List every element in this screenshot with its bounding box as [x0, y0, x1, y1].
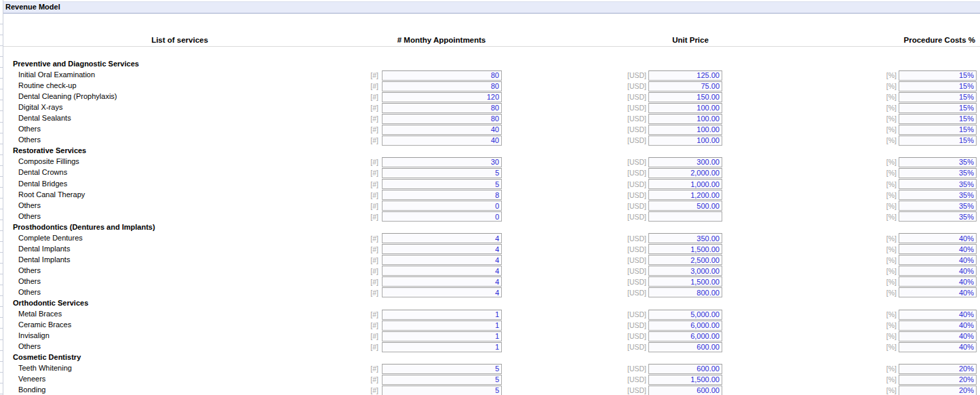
unit-price-input[interactable]	[648, 266, 722, 276]
procedure-cost-input[interactable]	[899, 103, 977, 113]
appointments-input[interactable]	[382, 168, 502, 178]
currency-unit-label: [USD]	[610, 169, 646, 177]
procedure-cost-input[interactable]	[899, 157, 977, 167]
procedure-cost-input[interactable]	[899, 255, 977, 265]
unit-price-input[interactable]	[648, 276, 722, 287]
count-unit-label: [#]	[346, 375, 378, 383]
section-header-row: Cosmetic Dentistry	[0, 352, 980, 363]
appointments-input[interactable]	[382, 201, 502, 211]
unit-price-input[interactable]	[648, 320, 722, 331]
count-unit-label: [#]	[346, 136, 378, 144]
appointments-input[interactable]	[382, 70, 502, 81]
procedure-cost-input[interactable]	[899, 310, 977, 320]
appointments-input[interactable]	[382, 157, 502, 167]
appointments-input[interactable]	[382, 266, 502, 276]
unit-price-input[interactable]	[648, 157, 722, 167]
appointments-input[interactable]	[382, 375, 502, 385]
procedure-cost-input[interactable]	[899, 70, 977, 81]
currency-unit-label: [USD]	[610, 267, 646, 275]
appointments-input[interactable]	[382, 287, 502, 297]
appointments-input[interactable]	[382, 179, 502, 189]
appointments-input[interactable]	[382, 364, 502, 374]
percent-unit-label: [%]	[868, 202, 897, 210]
procedure-cost-input[interactable]	[899, 386, 977, 395]
unit-price-input[interactable]	[648, 179, 722, 189]
service-name: Others	[18, 288, 41, 296]
procedure-cost-input[interactable]	[899, 81, 977, 91]
service-row: Others[#][USD][%]	[0, 276, 980, 287]
procedure-cost-input[interactable]	[899, 276, 977, 287]
unit-price-input[interactable]	[648, 201, 722, 211]
appointments-input[interactable]	[382, 255, 502, 265]
appointments-input[interactable]	[382, 331, 502, 341]
unit-price-input[interactable]	[648, 103, 722, 113]
appointments-input[interactable]	[382, 136, 502, 146]
procedure-cost-input[interactable]	[899, 233, 977, 243]
unit-price-input[interactable]	[648, 70, 722, 81]
procedure-cost-input[interactable]	[899, 287, 977, 297]
percent-unit-label: [%]	[868, 278, 897, 286]
unit-price-input[interactable]	[648, 364, 722, 374]
appointments-input[interactable]	[382, 92, 502, 102]
unit-price-input[interactable]	[648, 92, 722, 102]
appointments-input[interactable]	[382, 125, 502, 135]
service-name: Others	[18, 212, 41, 220]
unit-price-input[interactable]	[648, 136, 722, 146]
unit-price-input[interactable]	[648, 310, 722, 320]
unit-price-input[interactable]	[648, 386, 722, 395]
procedure-cost-input[interactable]	[899, 125, 977, 135]
currency-unit-label: [USD]	[610, 386, 646, 394]
procedure-cost-input[interactable]	[899, 266, 977, 276]
appointments-input[interactable]	[382, 276, 502, 287]
procedure-cost-input[interactable]	[899, 211, 977, 222]
procedure-cost-input[interactable]	[899, 92, 977, 102]
appointments-input[interactable]	[382, 190, 502, 200]
appointments-input[interactable]	[382, 211, 502, 222]
appointments-input[interactable]	[382, 81, 502, 91]
procedure-cost-input[interactable]	[899, 342, 977, 352]
unit-price-input[interactable]	[648, 211, 722, 222]
appointments-input[interactable]	[382, 310, 502, 320]
unit-price-input[interactable]	[648, 375, 722, 385]
unit-price-input[interactable]	[648, 244, 722, 254]
appointments-input[interactable]	[382, 103, 502, 113]
procedure-cost-input[interactable]	[899, 364, 977, 374]
unit-price-input[interactable]	[648, 331, 722, 341]
appointments-input[interactable]	[382, 386, 502, 395]
procedure-cost-input[interactable]	[899, 331, 977, 341]
count-unit-label: [#]	[346, 245, 378, 253]
row-gridline	[0, 220, 3, 220]
appointments-input[interactable]	[382, 114, 502, 124]
row-gridline	[0, 295, 3, 296]
unit-price-input[interactable]	[648, 342, 722, 352]
page-title: Revenue Model	[5, 3, 60, 11]
percent-unit-label: [%]	[868, 343, 897, 351]
currency-unit-label: [USD]	[610, 191, 646, 199]
procedure-cost-input[interactable]	[899, 179, 977, 189]
currency-unit-label: [USD]	[610, 82, 646, 90]
procedure-cost-input[interactable]	[899, 136, 977, 146]
procedure-cost-input[interactable]	[899, 190, 977, 200]
procedure-cost-input[interactable]	[899, 375, 977, 385]
appointments-input[interactable]	[382, 320, 502, 331]
procedure-cost-input[interactable]	[899, 114, 977, 124]
currency-unit-label: [USD]	[610, 332, 646, 340]
unit-price-input[interactable]	[648, 255, 722, 265]
unit-price-input[interactable]	[648, 233, 722, 243]
unit-price-input[interactable]	[648, 287, 722, 297]
unit-price-input[interactable]	[648, 190, 722, 200]
unit-price-input[interactable]	[648, 114, 722, 124]
procedure-cost-input[interactable]	[899, 320, 977, 331]
appointments-input[interactable]	[382, 244, 502, 254]
appointments-input[interactable]	[382, 233, 502, 243]
appointments-input[interactable]	[382, 342, 502, 352]
procedure-cost-input[interactable]	[899, 201, 977, 211]
procedure-cost-input[interactable]	[899, 244, 977, 254]
unit-price-input[interactable]	[648, 125, 722, 135]
unit-price-input[interactable]	[648, 81, 722, 91]
count-unit-label: [#]	[346, 104, 378, 112]
procedure-cost-input[interactable]	[899, 168, 977, 178]
percent-unit-label: [%]	[868, 234, 897, 243]
count-unit-label: [#]	[346, 332, 378, 340]
unit-price-input[interactable]	[648, 168, 722, 178]
